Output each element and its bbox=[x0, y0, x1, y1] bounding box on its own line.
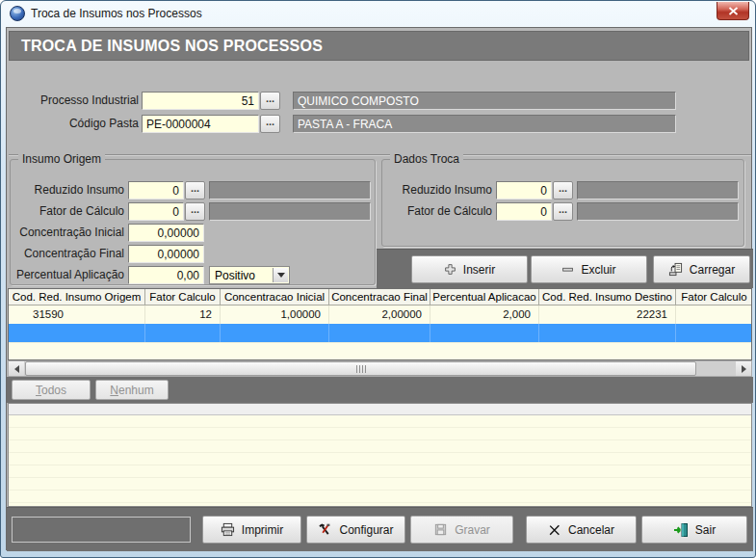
grid-cell[interactable]: 12 bbox=[145, 306, 221, 324]
origem-reduzido-lookup-button[interactable]: ... bbox=[185, 181, 205, 199]
grid-column-header[interactable]: Concentracao Final bbox=[329, 289, 430, 305]
grid-column-header[interactable]: Cod. Red. Insumo Origem bbox=[9, 289, 145, 305]
grid-selected-cell[interactable] bbox=[221, 324, 329, 342]
scrollbar-grip-icon bbox=[356, 365, 366, 373]
cancelar-label: Cancelar bbox=[568, 523, 614, 537]
configurar-label: Configurar bbox=[339, 523, 393, 537]
todos-button[interactable]: Todos bbox=[12, 380, 91, 400]
imprimir-button[interactable]: Imprimir bbox=[202, 516, 301, 544]
scroll-left-button[interactable] bbox=[9, 361, 24, 376]
grid-cell[interactable]: 1,00000 bbox=[221, 306, 329, 324]
page-title: TROCA DE INSUMOS NOS PROCESSOS bbox=[9, 31, 749, 61]
excluir-label: Excluir bbox=[581, 263, 615, 277]
minus-icon bbox=[561, 263, 574, 276]
origem-reduzido-label: Reduzido Insumo bbox=[13, 183, 124, 197]
scrollbar-thumb[interactable] bbox=[25, 361, 696, 376]
percentual-aplicacao-label: Percentual Aplicação bbox=[13, 268, 124, 281]
scrollbar-track[interactable] bbox=[24, 361, 736, 376]
grid-column-header[interactable]: Fator Calculo bbox=[676, 289, 752, 305]
sinal-dropdown-value: Positivo bbox=[215, 269, 255, 282]
close-button[interactable] bbox=[717, 2, 749, 20]
processo-industrial-lookup-button[interactable]: ... bbox=[260, 92, 280, 110]
configurar-button[interactable]: Configurar bbox=[306, 516, 405, 544]
cancel-x-icon bbox=[548, 523, 561, 537]
nenhum-button[interactable]: Nenhum bbox=[95, 380, 169, 400]
grid-cell[interactable]: 31590 bbox=[9, 306, 145, 324]
sair-button[interactable]: Sair bbox=[641, 516, 747, 544]
load-document-icon bbox=[668, 262, 683, 277]
status-box bbox=[12, 517, 191, 543]
grid-horizontal-scrollbar[interactable] bbox=[8, 360, 752, 377]
excluir-button[interactable]: Excluir bbox=[531, 255, 647, 283]
app-icon bbox=[10, 6, 25, 21]
origem-reduzido-row: Reduzido Insumo 0 ... bbox=[11, 181, 375, 199]
sinal-dropdown[interactable]: Positivo bbox=[209, 266, 290, 284]
grid-selected-cell[interactable] bbox=[430, 324, 539, 342]
grid-selected-cell[interactable] bbox=[145, 324, 221, 342]
tools-icon bbox=[318, 522, 332, 537]
origem-reduzido-input[interactable]: 0 bbox=[128, 181, 184, 199]
gravar-label: Gravar bbox=[455, 523, 490, 537]
window-title: Troca de Insumos nos Processos bbox=[31, 7, 202, 20]
grid-selected-row[interactable] bbox=[9, 324, 751, 342]
codigo-pasta-row: Código Pasta PE-0000004 ... PASTA A - FR… bbox=[7, 115, 753, 133]
grid-selected-cell[interactable] bbox=[9, 324, 145, 342]
concentracao-inicial-input[interactable]: 0,00000 bbox=[128, 224, 204, 242]
concentracao-final-row: Concentração Final 0,00000 bbox=[11, 245, 375, 263]
footer-bar: Imprimir Configurar Gravar bbox=[7, 507, 753, 551]
cancelar-button[interactable]: Cancelar bbox=[526, 516, 637, 544]
grid-column-header[interactable]: Cod. Red. Insumo Destino bbox=[539, 289, 676, 305]
troca-fator-label: Fator de Cálculo bbox=[384, 204, 492, 218]
troca-fator-lookup-button[interactable]: ... bbox=[553, 202, 573, 221]
codigo-pasta-input[interactable]: PE-0000004 bbox=[142, 115, 259, 133]
carregar-label: Carregar bbox=[690, 263, 735, 277]
inserir-label: Inserir bbox=[463, 263, 495, 277]
imprimir-label: Imprimir bbox=[242, 523, 283, 537]
grid-cell[interactable]: 2,000 bbox=[430, 306, 539, 324]
troca-reduzido-row: Reduzido Insumo 0 ... bbox=[382, 181, 743, 199]
percentual-aplicacao-row: Percentual Aplicação 0,00 Positivo bbox=[11, 266, 375, 284]
grid-column-header[interactable]: Percentual Aplicacao bbox=[430, 289, 539, 305]
carregar-button[interactable]: Carregar bbox=[653, 255, 750, 283]
codigo-pasta-lookup-button[interactable]: ... bbox=[260, 115, 280, 133]
processo-industrial-description: QUIMICO COMPOSTO bbox=[293, 92, 676, 110]
plus-icon bbox=[444, 263, 456, 276]
insumo-origem-title: Insumo Origem bbox=[18, 152, 105, 166]
sinal-dropdown-button[interactable] bbox=[273, 268, 288, 282]
grid-cell[interactable]: 22231 bbox=[539, 306, 676, 324]
selection-bar: Todos Nenhum bbox=[7, 377, 753, 403]
exit-door-icon bbox=[673, 522, 689, 538]
codigo-pasta-label: Código Pasta bbox=[7, 117, 139, 130]
grid-selected-cell[interactable] bbox=[676, 324, 752, 342]
origem-fator-input[interactable]: 0 bbox=[128, 202, 184, 221]
close-icon bbox=[728, 7, 739, 15]
scroll-right-button[interactable] bbox=[736, 361, 751, 376]
troca-fator-input[interactable]: 0 bbox=[496, 202, 552, 221]
gravar-button[interactable]: Gravar bbox=[410, 516, 513, 544]
grid-data-row[interactable]: 31590121,000002,000002,00022231 bbox=[9, 306, 751, 324]
grid-column-header[interactable]: Concentracao Inicial bbox=[221, 289, 329, 305]
inserir-button[interactable]: Inserir bbox=[411, 255, 528, 283]
insumos-grid[interactable]: Cod. Red. Insumo OrigemFator CalculoConc… bbox=[8, 288, 752, 360]
processo-industrial-input[interactable]: 51 bbox=[142, 92, 259, 110]
chevron-down-icon bbox=[277, 273, 285, 278]
grid-column-header[interactable]: Fator Calculo bbox=[145, 289, 221, 305]
grid-cell[interactable]: 2,00000 bbox=[329, 306, 430, 324]
titlebar[interactable]: Troca de Insumos nos Processos bbox=[1, 1, 755, 27]
section-divider bbox=[9, 154, 751, 156]
detail-grid-body[interactable] bbox=[9, 415, 751, 507]
concentracao-final-input[interactable]: 0,00000 bbox=[128, 245, 204, 263]
origem-fator-lookup-button[interactable]: ... bbox=[185, 202, 205, 221]
grid-cell[interactable] bbox=[676, 306, 752, 324]
troca-reduzido-lookup-button[interactable]: ... bbox=[553, 181, 573, 199]
detail-grid[interactable] bbox=[8, 403, 752, 507]
nenhum-label: Nenhum bbox=[110, 384, 153, 397]
concentracao-final-label: Concentração Final bbox=[13, 247, 124, 260]
percentual-aplicacao-input[interactable]: 0,00 bbox=[128, 266, 204, 284]
save-disk-icon bbox=[433, 522, 448, 537]
troca-reduzido-input[interactable]: 0 bbox=[496, 181, 552, 199]
grid-selected-cell[interactable] bbox=[329, 324, 430, 342]
troca-reduzido-description bbox=[577, 181, 739, 199]
troca-reduzido-label: Reduzido Insumo bbox=[384, 183, 492, 197]
grid-selected-cell[interactable] bbox=[539, 324, 676, 342]
